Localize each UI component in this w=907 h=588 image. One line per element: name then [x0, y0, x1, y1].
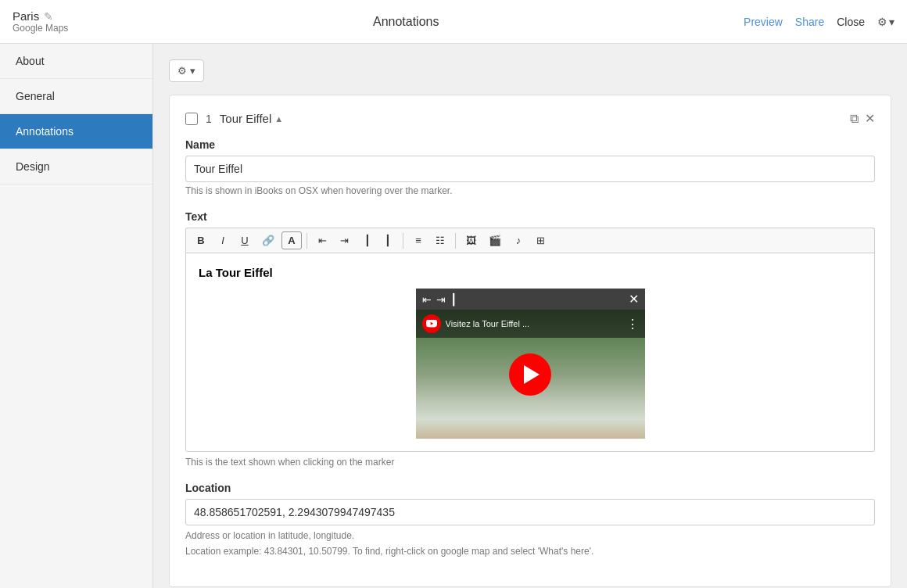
layout: About General Annotations Design ⚙ ▾ 1 T… — [0, 44, 907, 588]
video-align-buttons: ⇤ ⇥ ┃ — [422, 293, 457, 306]
rte-video-button[interactable]: 🎬 — [483, 231, 507, 249]
rte-separator-3 — [455, 233, 456, 249]
header-right: Preview Share Close ⚙ ▾ — [744, 16, 894, 28]
text-field-group: Text B I U 🔗 A ⇤ ⇥ ┃ ┃ ≡ ☷ — [185, 210, 875, 468]
rte-font-button[interactable]: A — [281, 231, 302, 249]
main-content: ⚙ ▾ 1 Tour Eiffel ▲ ⧉ ✕ — [153, 44, 907, 588]
rte-align-justify-button[interactable]: ┃ — [378, 231, 398, 249]
video-title-bar: Visitez la Tour Eiffel ... ⋮ — [416, 310, 645, 338]
rte-ul-button[interactable]: ≡ — [408, 231, 428, 249]
project-name: Paris — [13, 9, 39, 23]
location-hint-2: Location example: 43.84301, 10.50799. To… — [185, 546, 875, 557]
video-embed: ⇤ ⇥ ┃ ✕ — [416, 289, 645, 439]
rte-image-button[interactable]: 🖼 — [461, 231, 482, 249]
rte-separator-2 — [403, 233, 403, 249]
rte-underline-button[interactable]: U — [235, 231, 255, 249]
card-header-right: ⧉ ✕ — [850, 111, 875, 126]
name-input[interactable] — [185, 156, 875, 182]
annotation-checkbox[interactable] — [185, 113, 198, 125]
youtube-channel-icon — [422, 314, 441, 333]
rte-separator-1 — [307, 233, 307, 249]
video-play-button[interactable] — [509, 353, 551, 396]
video-title-text: Visitez la Tour Eiffel ... — [446, 319, 622, 328]
sidebar-item-annotations[interactable]: Annotations — [0, 114, 152, 149]
sidebar-item-general[interactable]: General — [0, 79, 152, 114]
dropdown-arrow-icon: ▾ — [190, 65, 195, 77]
annotation-number: 1 — [206, 113, 212, 125]
edit-icon[interactable]: ✎ — [44, 10, 53, 23]
rte-italic-button[interactable]: I — [213, 231, 233, 249]
project-info: Paris ✎ Google Maps — [13, 9, 68, 34]
rte-audio-button[interactable]: ♪ — [508, 231, 529, 249]
top-header: Paris ✎ Google Maps Annotations Preview … — [0, 0, 907, 44]
rte-align-center-button[interactable]: ⇥ — [334, 231, 354, 249]
sidebar-item-design[interactable]: Design — [0, 149, 152, 185]
preview-link[interactable]: Preview — [744, 16, 783, 28]
location-field-group: Location Address or location in latitude… — [185, 482, 875, 557]
rte-content-area[interactable]: La Tour Eiffel ⇤ ⇥ ┃ ✕ — [185, 253, 875, 452]
video-align-center-button[interactable]: ⇥ — [436, 293, 446, 306]
location-hint-1: Address or location in latitude, longitu… — [185, 530, 875, 541]
rte-align-left-button[interactable]: ⇤ — [312, 231, 332, 249]
duplicate-button[interactable]: ⧉ — [850, 111, 859, 126]
annotation-card: 1 Tour Eiffel ▲ ⧉ ✕ Name This is shown i… — [169, 95, 891, 587]
video-thumbnail[interactable]: Visitez la Tour Eiffel ... ⋮ — [416, 310, 645, 439]
card-header: 1 Tour Eiffel ▲ ⧉ ✕ — [185, 111, 875, 126]
rte-link-button[interactable]: 🔗 — [256, 231, 280, 249]
text-hint: This is the text shown when clicking on … — [185, 457, 875, 468]
delete-button[interactable]: ✕ — [865, 111, 875, 126]
rte-content-title: La Tour Eiffel — [199, 266, 862, 279]
video-more-button[interactable]: ⋮ — [626, 317, 639, 332]
rte-align-right-button[interactable]: ┃ — [356, 231, 376, 249]
video-align-right-button[interactable]: ┃ — [450, 293, 457, 306]
rte-ol-button[interactable]: ☷ — [430, 231, 450, 249]
rte-bold-button[interactable]: B — [191, 231, 211, 249]
name-hint: This is shown in iBooks on OSX when hove… — [185, 185, 875, 196]
header-left: Paris ✎ Google Maps — [13, 9, 68, 34]
name-field-group: Name This is shown in iBooks on OSX when… — [185, 138, 875, 196]
sidebar-item-about[interactable]: About — [0, 44, 152, 79]
annotation-title-badge: Tour Eiffel ▲ — [220, 112, 283, 125]
close-button[interactable]: Close — [837, 16, 865, 28]
project-subtitle: Google Maps — [13, 23, 68, 34]
main-toolbar: ⚙ ▾ — [169, 59, 891, 82]
page-title: Annotations — [373, 15, 439, 29]
gear-icon: ⚙ — [177, 65, 187, 77]
name-label: Name — [185, 138, 875, 151]
settings-gear-button[interactable]: ⚙ ▾ — [877, 16, 894, 28]
toolbar-gear-button[interactable]: ⚙ ▾ — [169, 59, 204, 82]
rte-table-button[interactable]: ⊞ — [530, 231, 550, 249]
video-overlay-toolbar: ⇤ ⇥ ┃ ✕ — [416, 289, 645, 310]
video-align-left-button[interactable]: ⇤ — [422, 293, 432, 306]
location-input[interactable] — [185, 499, 875, 525]
annotation-title: Tour Eiffel — [220, 112, 271, 125]
sidebar: About General Annotations Design — [0, 44, 153, 588]
location-label: Location — [185, 482, 875, 494]
share-link[interactable]: Share — [795, 16, 824, 28]
play-triangle-icon — [524, 365, 540, 384]
rte-toolbar: B I U 🔗 A ⇤ ⇥ ┃ ┃ ≡ ☷ 🖼 🎬 ♪ — [185, 228, 875, 253]
card-header-left: 1 Tour Eiffel ▲ — [185, 112, 283, 125]
chevron-icon[interactable]: ▲ — [274, 114, 283, 124]
video-close-button[interactable]: ✕ — [629, 292, 639, 307]
text-label: Text — [185, 210, 875, 223]
